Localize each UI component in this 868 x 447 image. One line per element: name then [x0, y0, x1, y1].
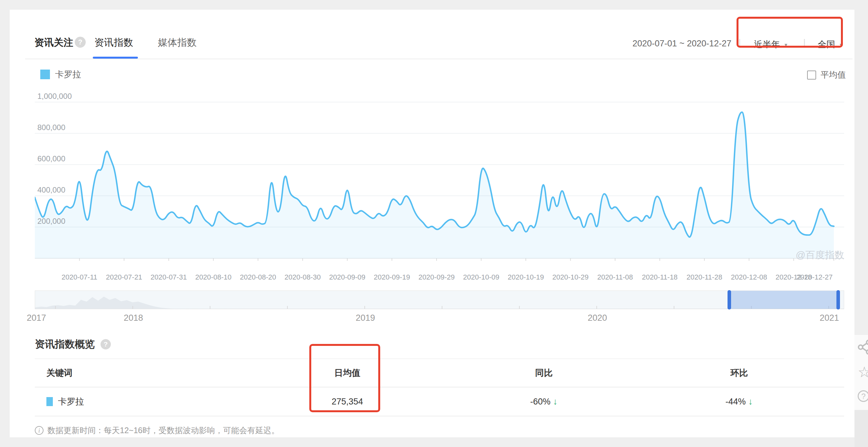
- navigator-tick: [210, 306, 210, 309]
- average-checkbox[interactable]: 平均值: [807, 69, 846, 81]
- x-axis-label: 2020-07-11: [62, 273, 97, 282]
- navigator-tick: [364, 306, 365, 309]
- y-axis-label: 1,000,000: [37, 92, 72, 101]
- x-axis-label: 2020-11-08: [597, 273, 633, 282]
- x-axis-label: 2020-10-29: [552, 273, 589, 282]
- x-axis-label: 2020-11-18: [642, 273, 678, 282]
- navigator-right-handle[interactable]: [836, 290, 840, 310]
- trend-chart[interactable]: 1,000,000 800,000 600,000 400,000 200,00…: [35, 90, 844, 261]
- x-axis-label: 2020-10-19: [508, 273, 544, 282]
- help-icon[interactable]: ?: [100, 339, 111, 349]
- tab-media-index[interactable]: 媒体指数: [158, 36, 196, 49]
- trend-line-chart: [35, 90, 844, 261]
- x-axis-label: 2020-12-27: [797, 273, 833, 282]
- navigator-tick: [519, 306, 520, 309]
- side-toolbar-footer: [855, 410, 868, 447]
- col-yoy: 同比: [454, 367, 634, 379]
- divider: |: [739, 37, 741, 47]
- region-dropdown[interactable]: 全国▾: [818, 39, 842, 50]
- chevron-down-icon: ▾: [784, 42, 787, 48]
- period-dropdown[interactable]: 近半年▾: [754, 39, 787, 50]
- checkbox-icon[interactable]: [807, 70, 816, 79]
- question-icon[interactable]: ?: [858, 390, 868, 402]
- down-arrow-icon: ↓: [553, 396, 558, 407]
- y-axis-label: 200,000: [37, 217, 65, 226]
- x-axis-label: 2020-12-08: [731, 273, 767, 282]
- info-icon: i: [35, 426, 43, 435]
- mom-value: -44%↓: [634, 396, 844, 407]
- y-axis-label: 800,000: [37, 123, 65, 132]
- y-axis-label: 600,000: [37, 154, 65, 163]
- navigator-tick: [674, 306, 674, 309]
- date-range-label: 2020-07-01 ~ 2020-12-27: [632, 39, 732, 49]
- x-axis-label: 2020-10-09: [463, 273, 499, 282]
- timeline-navigator[interactable]: [35, 290, 844, 309]
- legend-label: 卡罗拉: [55, 69, 81, 80]
- tab-news-attention[interactable]: 资讯关注: [34, 36, 73, 49]
- x-axis-label: 2020-09-09: [329, 273, 366, 282]
- legend-color-swatch: [40, 70, 50, 79]
- help-icon[interactable]: ?: [75, 37, 86, 47]
- col-keyword: 关键词: [35, 367, 241, 379]
- navigator-tick: [55, 306, 56, 309]
- keyword-label: 卡罗拉: [58, 396, 84, 407]
- year-label: 2017: [27, 313, 46, 323]
- watermark: @百度指数: [761, 249, 844, 262]
- side-toolbar: ☆ ?: [855, 335, 868, 410]
- year-label: 2018: [124, 313, 143, 323]
- divider: [25, 59, 852, 59]
- x-axis-label: 2020-09-19: [374, 273, 410, 282]
- keyword-color-swatch: [46, 397, 53, 406]
- yoy-value: -60%↓: [454, 396, 634, 407]
- table-header-row: 关键词 日均值 同比 环比: [35, 358, 844, 387]
- share-icon[interactable]: [858, 340, 868, 355]
- navigator-selection[interactable]: [729, 291, 838, 309]
- keyword-cell: 卡罗拉: [35, 396, 241, 407]
- divider: |: [803, 37, 805, 47]
- navigator-tick: [132, 306, 133, 309]
- x-axis-label: 2020-09-29: [418, 273, 455, 282]
- year-label: 2021: [820, 313, 839, 323]
- x-axis-label: 2020-07-21: [106, 273, 143, 282]
- legend-item-keyword[interactable]: 卡罗拉: [40, 69, 81, 80]
- overview-header: 资讯指数概览 ?: [35, 338, 111, 351]
- x-axis-label: 2020-08-30: [284, 273, 321, 282]
- down-arrow-icon: ↓: [748, 396, 753, 407]
- navigator-mini-chart: [35, 291, 844, 309]
- navigator-tick: [287, 306, 288, 309]
- average-label: 平均值: [820, 69, 846, 81]
- navigator-tick: [596, 306, 597, 309]
- y-axis-label: 400,000: [37, 186, 65, 194]
- year-label: 2020: [588, 313, 607, 323]
- table-row: 卡罗拉 275,354 -60%↓ -44%↓: [35, 387, 844, 416]
- section-title: 资讯指数概览: [35, 338, 95, 351]
- year-label: 2019: [356, 313, 375, 323]
- col-mom: 环比: [634, 367, 844, 379]
- x-axis-label: 2020-08-20: [240, 273, 276, 282]
- x-axis-label: 2020-08-10: [195, 273, 232, 282]
- x-axis: 2020-07-112020-07-212020-07-312020-08-10…: [35, 273, 844, 285]
- data-update-note: i 数据更新时间：每天12~16时，受数据波动影响，可能会有延迟。: [35, 425, 279, 436]
- col-daily-avg: 日均值: [241, 367, 454, 379]
- tab-news-index[interactable]: 资讯指数: [94, 36, 133, 49]
- main-card: 资讯关注 ? 资讯指数 媒体指数 2020-07-01 ~ 2020-12-27…: [10, 10, 855, 437]
- chevron-down-icon: ▾: [840, 42, 842, 48]
- x-axis-label: 2020-07-31: [151, 273, 187, 282]
- navigator-tick: [442, 306, 442, 309]
- x-axis-label: 2020-11-28: [687, 273, 722, 282]
- star-icon[interactable]: ☆: [858, 363, 868, 381]
- baidu-index-page: { "tabs": { "group": { "label": "资讯关注" }…: [0, 0, 868, 447]
- navigator-left-handle[interactable]: [727, 290, 731, 310]
- navigator-year-labels: 2017 2018 2019 2020 2021: [35, 313, 844, 324]
- daily-avg-value: 275,354: [241, 397, 454, 407]
- overview-table: 关键词 日均值 同比 环比 卡罗拉 275,354 -60%↓ -44%↓: [35, 358, 844, 416]
